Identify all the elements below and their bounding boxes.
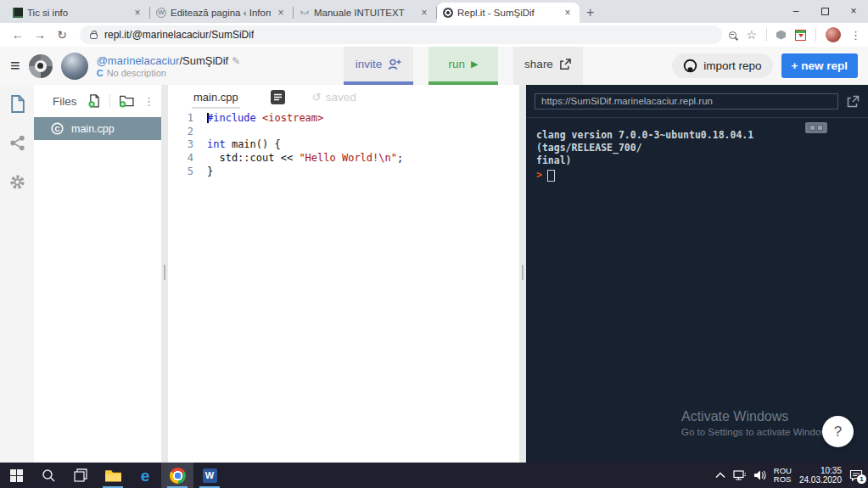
network-icon[interactable] (733, 470, 747, 480)
file-options-icon[interactable] (271, 90, 285, 104)
run-button[interactable]: run ▶ (428, 47, 498, 85)
address-bar[interactable]: repl.it/@marinelacaciur/SumSiDif (80, 25, 722, 44)
user-avatar[interactable] (61, 53, 88, 80)
screen: Tic si info × W Editează pagina ‹ Inform… (0, 0, 868, 488)
watermark-title: Activate Windows (681, 409, 836, 424)
tab-close-icon[interactable]: × (562, 7, 574, 19)
repl-run-url[interactable]: https://SumSiDif.marinelacaciur.repl.run (535, 93, 838, 109)
replit-logo[interactable] (29, 54, 53, 78)
code-line[interactable]: 3int main() { (168, 138, 519, 152)
saved-label: saved (326, 91, 356, 104)
line-number: 5 (168, 165, 193, 179)
file-item-main-cpp[interactable]: C main.cpp (34, 117, 161, 140)
windows-taskbar: e W ROU ROS 10:35 24.03.2020 1 (0, 463, 868, 488)
code-line[interactable]: 4 std::cout << "Hello World!\n"; (168, 152, 519, 165)
notification-center-button[interactable]: 1 (849, 469, 863, 481)
divider (815, 28, 816, 42)
tab-close-icon[interactable]: × (132, 7, 143, 19)
system-tray: ROU ROS 10:35 24.03.2020 1 (715, 463, 868, 488)
idm-extension-icon[interactable] (795, 30, 806, 41)
tab-title: Repl.it - SumŞiDif (457, 8, 557, 18)
browser-menu-icon[interactable]: ⋮ (850, 29, 861, 42)
bookmark-star-icon[interactable]: ☆ (746, 28, 757, 42)
line-number: 2 (168, 126, 193, 139)
lock-icon (90, 33, 98, 39)
forward-button[interactable]: → (29, 28, 51, 42)
new-tab-button[interactable]: + (586, 5, 594, 20)
file-explorer-button[interactable] (97, 463, 129, 488)
tray-chevron-icon[interactable] (715, 472, 725, 479)
browser-tab-tic-si-info[interactable]: Tic si info × (7, 3, 149, 23)
hamburger-menu-icon[interactable]: ≡ (10, 56, 20, 76)
add-folder-icon[interactable] (119, 93, 135, 109)
task-view-button[interactable] (64, 463, 97, 488)
edge-icon: e (141, 468, 150, 484)
share-button[interactable]: share (513, 47, 583, 85)
code-lines[interactable]: 1#include <iostream>23int main() {4 std:… (168, 109, 519, 179)
zoom-icon[interactable] (729, 31, 736, 39)
editor-tab-main-cpp[interactable]: main.cpp (192, 87, 240, 109)
main-area: Files ⋮ C main.cpp main.cpp ↺ saved (0, 85, 868, 463)
console-prompt-line[interactable]: > (536, 169, 858, 182)
pane-resizer-right[interactable] (519, 85, 526, 463)
start-button[interactable] (0, 463, 32, 488)
line-number: 4 (168, 152, 193, 165)
open-in-new-window-icon[interactable] (846, 95, 860, 109)
add-file-icon[interactable] (87, 93, 102, 109)
import-repo-label: import repo (703, 59, 761, 72)
edit-pencil-icon[interactable]: ✎ (232, 55, 240, 67)
new-repl-button[interactable]: + new repl (781, 53, 858, 78)
browser-profile-avatar[interactable] (826, 27, 841, 42)
edge-button[interactable]: e (129, 463, 161, 488)
pane-resizer-left[interactable] (161, 85, 168, 463)
help-button[interactable]: ? (822, 416, 854, 447)
code-line[interactable]: 5} (168, 165, 519, 179)
files-menu-icon[interactable]: ⋮ (143, 95, 154, 108)
tab-close-icon[interactable]: × (418, 7, 430, 19)
settings-gear-icon[interactable] (8, 173, 26, 191)
files-panel: Files ⋮ C main.cpp (34, 85, 161, 463)
url-text[interactable]: repl.it/@marinelacaciur/SumSiDif (104, 29, 254, 41)
file-explorer-icon (104, 468, 122, 482)
browser-tab-replit-active[interactable]: Repl.it - SumŞiDif × (437, 3, 580, 23)
notification-badge: 1 (857, 474, 866, 484)
history-icon[interactable]: ↺ (312, 91, 322, 104)
share-label: share (524, 58, 553, 70)
code-line[interactable]: 1#include <iostream> (168, 112, 519, 126)
files-page-icon[interactable] (9, 95, 25, 113)
chrome-button[interactable] (161, 463, 193, 488)
svg-text:C: C (54, 125, 59, 133)
word-button[interactable]: W (193, 463, 226, 488)
repl-name: /SumŞiDif (179, 54, 228, 67)
line-number: 1 (168, 112, 193, 126)
window-close-button[interactable]: × (839, 0, 868, 23)
import-repo-button[interactable]: import repo (672, 53, 772, 78)
divider (766, 28, 767, 42)
back-button[interactable]: ← (7, 28, 29, 42)
extension-cube-icon[interactable] (776, 31, 786, 40)
language-bottom: ROS (774, 475, 792, 485)
repl-owner[interactable]: @marinelacaciur (97, 54, 180, 67)
window-minimize-button[interactable]: – (781, 0, 810, 23)
browser-tab-intuitext[interactable]: Manuale INTUITEXT × (294, 3, 436, 23)
header-right: import repo + new repl (672, 47, 868, 85)
reload-button[interactable]: ↻ (51, 28, 73, 42)
tab-close-icon[interactable]: × (275, 7, 287, 19)
browser-tab-wordpress-edit[interactable]: W Editează pagina ‹ Informatică și T × (150, 3, 293, 23)
clock[interactable]: 10:35 24.03.2020 (799, 466, 842, 485)
window-restore-button[interactable] (810, 0, 839, 23)
invite-button[interactable]: invite (344, 47, 413, 85)
editor-tab-bar: main.cpp ↺ saved (168, 85, 519, 109)
chrome-icon (170, 468, 186, 484)
idm-overlay-widget[interactable] (805, 122, 827, 133)
volume-icon[interactable] (754, 470, 766, 480)
language-indicator[interactable]: ROU ROS (774, 467, 792, 485)
new-repl-label: + new repl (792, 59, 848, 72)
restore-icon (821, 8, 829, 15)
code-text (193, 126, 207, 139)
taskbar-search-button[interactable] (32, 463, 64, 488)
tab-title: Editează pagina ‹ Informatică și T (171, 8, 271, 18)
code-line[interactable]: 2 (168, 126, 519, 139)
code-text: int main() { (193, 138, 281, 152)
share-nodes-icon[interactable] (9, 135, 25, 151)
